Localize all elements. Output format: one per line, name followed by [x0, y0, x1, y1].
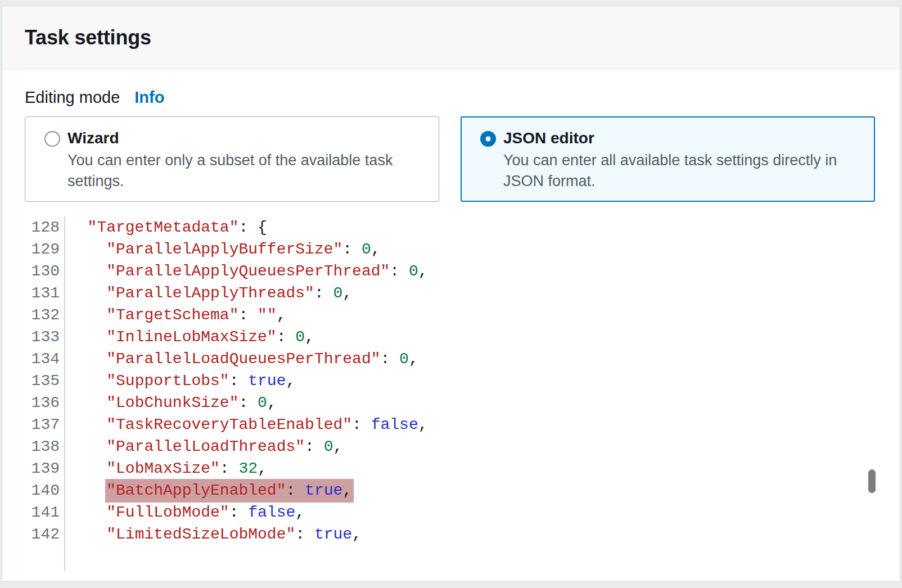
line-number: 131	[25, 282, 60, 304]
line-number: 141	[25, 501, 60, 523]
code-line: "FullLobMode": false,	[69, 501, 875, 523]
wizard-card-text: Wizard You can enter only a subset of th…	[67, 129, 416, 192]
code-line: "InlineLobMaxSize": 0,	[69, 326, 875, 348]
line-number: 135	[25, 370, 60, 392]
code-line: "LimitedSizeLobMode": true,	[69, 523, 875, 545]
line-number: 140	[25, 480, 60, 501]
option-card-wizard[interactable]: Wizard You can enter only a subset of th…	[25, 116, 439, 202]
line-number: 133	[25, 326, 60, 348]
json-editor-option-title: JSON editor	[503, 129, 858, 148]
code-line: "ParallelLoadQueuesPerThread": 0,	[69, 348, 875, 370]
line-number: 128	[25, 216, 60, 238]
vertical-scrollbar-thumb[interactable]	[868, 469, 876, 493]
line-number: 138	[25, 436, 60, 458]
line-number: 139	[25, 458, 60, 480]
line-number: 129	[25, 238, 60, 260]
code-line: "TaskRecoveryTableEnabled": false,	[69, 414, 875, 436]
task-settings-panel: Task settings Editing mode Info Wizard Y…	[2, 6, 900, 582]
line-number: 136	[25, 392, 60, 414]
json-editor-card-text: JSON editor You can enter all available …	[503, 129, 858, 192]
json-code-editor[interactable]: 1281291301311321331341351361371381391401…	[25, 216, 875, 571]
code-line: "ParallelApplyBufferSize": 0,	[69, 238, 875, 260]
json-editor-card-inner: JSON editor You can enter all available …	[480, 129, 858, 192]
radio-unselected-icon[interactable]	[44, 131, 60, 147]
wizard-option-title: Wizard	[67, 129, 416, 148]
code-line: "ParallelApplyQueuesPerThread": 0,	[69, 260, 875, 282]
editor-gutter: 1281291301311321331341351361371381391401…	[25, 216, 65, 571]
wizard-card-inner: Wizard You can enter only a subset of th…	[44, 129, 422, 192]
page-title: Task settings	[25, 26, 151, 49]
line-number: 132	[25, 304, 60, 326]
editing-mode-label: Editing mode	[25, 88, 120, 107]
editor-code[interactable]: "TargetMetadata": { "ParallelApplyBuffer…	[65, 216, 875, 571]
line-number: 130	[25, 260, 60, 282]
code-line: "TargetMetadata": {	[69, 216, 875, 238]
line-number: 142	[25, 523, 60, 545]
panel-header: Task settings	[2, 6, 900, 69]
line-number: 137	[25, 414, 60, 436]
code-line: "SupportLobs": true,	[69, 370, 875, 392]
line-number: 134	[25, 348, 60, 370]
code-line: "BatchApplyEnabled": true,	[69, 480, 875, 501]
code-line: "ParallelApplyThreads": 0,	[69, 282, 875, 304]
option-card-json-editor[interactable]: JSON editor You can enter all available …	[461, 116, 875, 202]
editing-mode-row: Editing mode Info	[25, 88, 875, 107]
radio-selected-icon[interactable]	[480, 131, 496, 147]
code-line: "LobMaxSize": 32,	[69, 458, 875, 480]
code-line: "ParallelLoadThreads": 0,	[69, 436, 875, 458]
code-line: "TargetSchema": "",	[69, 304, 875, 326]
editing-mode-options: Wizard You can enter only a subset of th…	[25, 116, 875, 202]
panel-body: Editing mode Info Wizard You can enter o…	[2, 88, 900, 571]
json-editor-option-description: You can enter all available task setting…	[503, 150, 858, 192]
highlighted-code: "BatchApplyEnabled": true,	[105, 479, 354, 503]
info-link[interactable]: Info	[134, 88, 164, 107]
code-line: "LobChunkSize": 0,	[69, 392, 875, 414]
wizard-option-description: You can enter only a subset of the avail…	[67, 150, 416, 192]
